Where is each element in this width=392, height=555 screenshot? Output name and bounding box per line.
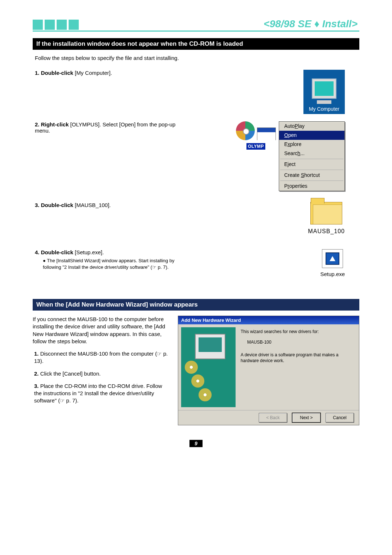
wizard-line1: This wizard searches for new drivers for… [241,329,356,335]
wizard-next-button[interactable]: Next > [292,413,320,422]
setup-exe-icon[interactable]: Setup.exe [320,249,345,277]
step-1-text: 1. Double-click [My Computer]. [33,70,191,76]
wizard-art [181,327,236,407]
ctx-properties[interactable]: Properties [279,182,344,191]
ctx-eject[interactable]: Eject [279,160,344,169]
ctx-create-shortcut[interactable]: Create Shortcut [279,171,344,180]
section2-step3: 3. Place the CD-ROM into the CD-ROM driv… [33,382,171,405]
wizard-back-button: < Back [259,413,287,422]
step-3-text: 3. Double-click [MAUSB_100]. [33,202,191,208]
ctx-search[interactable]: Search... [279,149,344,158]
page-number: 9 [189,440,203,447]
step-4-text: 4. Double-click [Setup.exe]. ● The [Inst… [33,249,191,271]
section2-step1: 1. Disconnect the MAUSB-100 from the com… [33,350,171,365]
decor-squares [33,20,79,30]
my-computer-icon[interactable]: My Computer [303,70,345,114]
setup-label: Setup.exe [320,271,345,277]
step-2-text: 2. Right-click [OLYMPUS]. Select [Open] … [33,121,191,134]
section2-step2: 2. Click the [Cancel] button. [33,370,171,377]
ctx-open[interactable]: Open [279,131,344,140]
ctx-explore[interactable]: Explore [279,140,344,149]
section2-intro: If you connect the MAUSB-100 to the comp… [33,316,171,345]
my-computer-label: My Computer [309,106,339,112]
wizard-line2: A device driver is a software program th… [241,352,356,364]
folder-label: MAUSB_100 [308,228,345,235]
window-corner-icon [257,127,276,140]
wizard-cancel-button[interactable]: Cancel [326,413,354,422]
add-new-hardware-wizard: Add New Hardware Wizard This wizard sear… [178,316,359,425]
section-header-install: If the installation window does not appe… [33,38,359,50]
olympus-drive-label[interactable]: OLYMP [246,143,265,150]
divider [33,31,359,32]
intro-text: Follow the steps below to specify the fi… [35,55,359,61]
cd-icon [236,121,255,140]
wizard-title: Add New Hardware Wizard [178,316,359,324]
wizard-device-name: MAUSB-100 [247,339,356,345]
banner-title: <98/98 SE ♦ Install> [264,18,358,30]
mausb-folder-icon[interactable]: MAUSB_100 [308,202,345,235]
ctx-autoplay[interactable]: AutoPlay [279,122,344,131]
section-header-wizard: When the [Add New Hardware Wizard] windo… [33,299,359,311]
context-menu: AutoPlay Open Explore Search... Eject Cr… [279,121,345,191]
